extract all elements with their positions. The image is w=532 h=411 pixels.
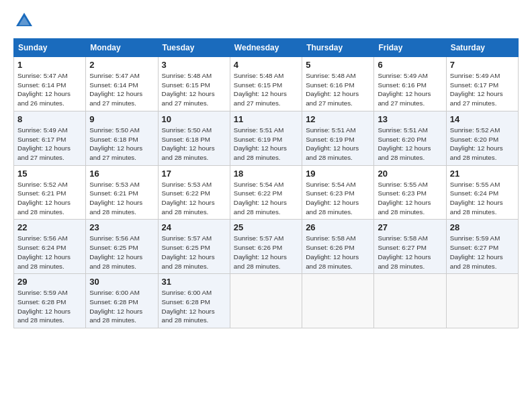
- calendar-cell: 28Sunrise: 5:59 AMSunset: 6:27 PMDayligh…: [446, 220, 518, 274]
- day-number: 31: [162, 277, 226, 287]
- day-info: Sunrise: 5:55 AMSunset: 6:24 PMDaylight:…: [450, 180, 515, 217]
- calendar-week-row: 29Sunrise: 5:59 AMSunset: 6:28 PMDayligh…: [14, 274, 519, 328]
- day-info: Sunrise: 5:48 AMSunset: 6:15 PMDaylight:…: [234, 71, 298, 108]
- day-info: Sunrise: 5:58 AMSunset: 6:26 PMDaylight:…: [306, 234, 370, 271]
- day-number: 12: [306, 114, 370, 124]
- calendar-cell: 20Sunrise: 5:55 AMSunset: 6:23 PMDayligh…: [374, 165, 446, 220]
- day-number: 18: [234, 169, 298, 179]
- day-number: 23: [89, 222, 154, 232]
- day-info: Sunrise: 6:00 AMSunset: 6:28 PMDaylight:…: [89, 288, 154, 325]
- day-info: Sunrise: 5:53 AMSunset: 6:21 PMDaylight:…: [89, 180, 154, 217]
- day-info: Sunrise: 5:49 AMSunset: 6:16 PMDaylight:…: [378, 71, 442, 108]
- calendar-week-row: 22Sunrise: 5:56 AMSunset: 6:24 PMDayligh…: [14, 220, 519, 274]
- calendar-week-row: 15Sunrise: 5:52 AMSunset: 6:21 PMDayligh…: [14, 165, 519, 220]
- day-number: 7: [450, 60, 515, 70]
- day-info: Sunrise: 5:51 AMSunset: 6:20 PMDaylight:…: [378, 126, 442, 163]
- calendar-cell: 2Sunrise: 5:47 AMSunset: 6:14 PMDaylight…: [86, 57, 158, 111]
- calendar-cell: 11Sunrise: 5:51 AMSunset: 6:19 PMDayligh…: [230, 111, 302, 165]
- day-info: Sunrise: 5:49 AMSunset: 6:17 PMDaylight:…: [17, 126, 82, 163]
- logo: [13, 10, 39, 32]
- day-info: Sunrise: 5:48 AMSunset: 6:16 PMDaylight:…: [306, 71, 370, 108]
- day-info: Sunrise: 5:54 AMSunset: 6:22 PMDaylight:…: [234, 180, 298, 217]
- day-info: Sunrise: 5:59 AMSunset: 6:27 PMDaylight:…: [450, 234, 515, 271]
- calendar-cell: [446, 274, 518, 328]
- calendar-cell: 19Sunrise: 5:54 AMSunset: 6:23 PMDayligh…: [302, 165, 374, 220]
- calendar-cell: 17Sunrise: 5:53 AMSunset: 6:22 PMDayligh…: [158, 165, 230, 220]
- calendar-header-row: SundayMondayTuesdayWednesdayThursdayFrid…: [14, 39, 519, 57]
- day-info: Sunrise: 5:56 AMSunset: 6:24 PMDaylight:…: [17, 234, 82, 271]
- day-info: Sunrise: 5:52 AMSunset: 6:21 PMDaylight:…: [17, 180, 82, 217]
- day-number: 5: [306, 60, 370, 70]
- day-number: 26: [306, 222, 370, 232]
- calendar-cell: 24Sunrise: 5:57 AMSunset: 6:25 PMDayligh…: [158, 220, 230, 274]
- weekday-header: Thursday: [302, 39, 374, 57]
- calendar-cell: 8Sunrise: 5:49 AMSunset: 6:17 PMDaylight…: [14, 111, 86, 165]
- calendar-cell: 14Sunrise: 5:52 AMSunset: 6:20 PMDayligh…: [446, 111, 518, 165]
- calendar-table: SundayMondayTuesdayWednesdayThursdayFrid…: [13, 38, 519, 328]
- day-info: Sunrise: 5:59 AMSunset: 6:28 PMDaylight:…: [17, 288, 82, 325]
- day-number: 4: [234, 60, 298, 70]
- day-info: Sunrise: 5:48 AMSunset: 6:15 PMDaylight:…: [162, 71, 226, 108]
- day-number: 22: [17, 222, 82, 232]
- calendar-cell: 18Sunrise: 5:54 AMSunset: 6:22 PMDayligh…: [230, 165, 302, 220]
- header: [13, 10, 519, 32]
- day-info: Sunrise: 5:50 AMSunset: 6:18 PMDaylight:…: [162, 126, 226, 163]
- day-info: Sunrise: 5:52 AMSunset: 6:20 PMDaylight:…: [450, 126, 515, 163]
- calendar-cell: 16Sunrise: 5:53 AMSunset: 6:21 PMDayligh…: [86, 165, 158, 220]
- calendar-cell: 3Sunrise: 5:48 AMSunset: 6:15 PMDaylight…: [158, 57, 230, 111]
- day-number: 21: [450, 169, 515, 179]
- calendar-cell: 25Sunrise: 5:57 AMSunset: 6:26 PMDayligh…: [230, 220, 302, 274]
- calendar-cell: 29Sunrise: 5:59 AMSunset: 6:28 PMDayligh…: [14, 274, 86, 328]
- calendar-cell: 12Sunrise: 5:51 AMSunset: 6:19 PMDayligh…: [302, 111, 374, 165]
- day-info: Sunrise: 5:58 AMSunset: 6:27 PMDaylight:…: [378, 234, 442, 271]
- weekday-header: Wednesday: [230, 39, 302, 57]
- day-number: 14: [450, 114, 515, 124]
- day-number: 28: [450, 222, 515, 232]
- day-number: 10: [162, 114, 226, 124]
- day-info: Sunrise: 5:51 AMSunset: 6:19 PMDaylight:…: [306, 126, 370, 163]
- day-number: 3: [162, 60, 226, 70]
- page: SundayMondayTuesdayWednesdayThursdayFrid…: [0, 0, 532, 411]
- day-info: Sunrise: 5:55 AMSunset: 6:23 PMDaylight:…: [378, 180, 442, 217]
- day-info: Sunrise: 5:57 AMSunset: 6:26 PMDaylight:…: [234, 234, 298, 271]
- day-number: 29: [17, 277, 82, 287]
- day-number: 9: [89, 114, 154, 124]
- calendar-cell: [302, 274, 374, 328]
- calendar-cell: 27Sunrise: 5:58 AMSunset: 6:27 PMDayligh…: [374, 220, 446, 274]
- day-number: 16: [89, 169, 154, 179]
- calendar-cell: 23Sunrise: 5:56 AMSunset: 6:25 PMDayligh…: [86, 220, 158, 274]
- day-info: Sunrise: 5:51 AMSunset: 6:19 PMDaylight:…: [234, 126, 298, 163]
- calendar-cell: 22Sunrise: 5:56 AMSunset: 6:24 PMDayligh…: [14, 220, 86, 274]
- calendar-week-row: 8Sunrise: 5:49 AMSunset: 6:17 PMDaylight…: [14, 111, 519, 165]
- day-info: Sunrise: 5:50 AMSunset: 6:18 PMDaylight:…: [89, 126, 154, 163]
- weekday-header: Sunday: [14, 39, 86, 57]
- calendar-cell: 7Sunrise: 5:49 AMSunset: 6:17 PMDaylight…: [446, 57, 518, 111]
- day-number: 27: [378, 222, 442, 232]
- calendar-cell: 13Sunrise: 5:51 AMSunset: 6:20 PMDayligh…: [374, 111, 446, 165]
- logo-icon: [13, 10, 35, 32]
- calendar-cell: [230, 274, 302, 328]
- calendar-cell: 4Sunrise: 5:48 AMSunset: 6:15 PMDaylight…: [230, 57, 302, 111]
- day-number: 11: [234, 114, 298, 124]
- calendar-cell: 9Sunrise: 5:50 AMSunset: 6:18 PMDaylight…: [86, 111, 158, 165]
- day-info: Sunrise: 5:57 AMSunset: 6:25 PMDaylight:…: [162, 234, 226, 271]
- day-number: 25: [234, 222, 298, 232]
- day-info: Sunrise: 5:56 AMSunset: 6:25 PMDaylight:…: [89, 234, 154, 271]
- day-number: 13: [378, 114, 442, 124]
- calendar-cell: 31Sunrise: 6:00 AMSunset: 6:28 PMDayligh…: [158, 274, 230, 328]
- calendar-cell: 1Sunrise: 5:47 AMSunset: 6:14 PMDaylight…: [14, 57, 86, 111]
- calendar-cell: 6Sunrise: 5:49 AMSunset: 6:16 PMDaylight…: [374, 57, 446, 111]
- day-number: 6: [378, 60, 442, 70]
- day-info: Sunrise: 5:53 AMSunset: 6:22 PMDaylight:…: [162, 180, 226, 217]
- weekday-header: Tuesday: [158, 39, 230, 57]
- day-number: 1: [17, 60, 82, 70]
- calendar-cell: 15Sunrise: 5:52 AMSunset: 6:21 PMDayligh…: [14, 165, 86, 220]
- weekday-header: Saturday: [446, 39, 518, 57]
- day-info: Sunrise: 6:00 AMSunset: 6:28 PMDaylight:…: [162, 288, 226, 325]
- day-info: Sunrise: 5:54 AMSunset: 6:23 PMDaylight:…: [306, 180, 370, 217]
- day-number: 8: [17, 114, 82, 124]
- day-number: 24: [162, 222, 226, 232]
- day-number: 17: [162, 169, 226, 179]
- day-number: 20: [378, 169, 442, 179]
- calendar-cell: 26Sunrise: 5:58 AMSunset: 6:26 PMDayligh…: [302, 220, 374, 274]
